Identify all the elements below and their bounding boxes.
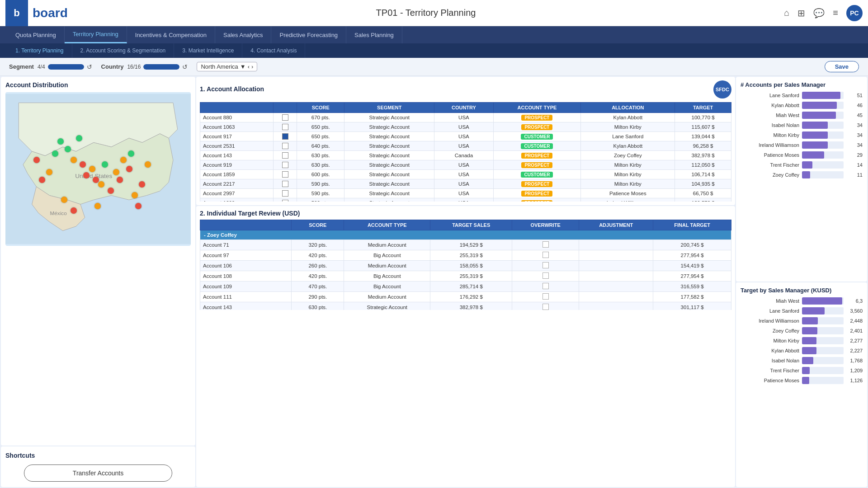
row2-adjustment <box>579 292 653 302</box>
row2-overwrite[interactable] <box>512 282 579 292</box>
shortcuts-title: Shortcuts <box>5 452 191 459</box>
row-checkbox[interactable] <box>282 171 288 178</box>
sfdc-button[interactable]: SFDC <box>713 80 731 99</box>
target-chart-section: Target by Sales Manager (KUSD) Miah West… <box>736 282 867 487</box>
account-allocation-scroll[interactable]: SCORE SEGMENT COUNTRY ACCOUNT TYPE ALLOC… <box>200 102 731 202</box>
nav-sales-planning[interactable]: Sales Planning <box>346 26 402 43</box>
row-check-cell[interactable] <box>273 160 297 170</box>
row-checkbox[interactable] <box>282 190 288 197</box>
sub-nav-contact-analysis[interactable]: 4. Contact Analysis <box>242 43 305 58</box>
bar-track <box>802 92 844 99</box>
sub-nav-territory-planning[interactable]: 1. Territory Planning <box>7 43 72 58</box>
bar-label: Isabel Nolan <box>741 122 799 128</box>
bar-fill <box>802 317 818 324</box>
table-row: Account 97 420 pts. Big Account 255,319 … <box>200 250 731 261</box>
col-target[interactable]: TARGET <box>675 103 731 113</box>
nav-incentives[interactable]: Incentives & Compensation <box>127 26 215 43</box>
sub-nav-account-scoring[interactable]: 2. Account Scoring & Segmentation <box>72 43 175 58</box>
nav-predictive[interactable]: Predictive Forecasting <box>271 26 346 43</box>
row-score: 650 pts. <box>297 132 344 141</box>
bar-val: 1,768 <box>846 358 863 363</box>
row-country: USA <box>434 122 493 132</box>
country-progress: 16/16 ↺ <box>127 63 188 70</box>
row-check-cell[interactable] <box>273 170 297 179</box>
row-segment: Strategic Account <box>344 189 434 198</box>
table-row: Account 2531 640 pts. Strategic Account … <box>200 141 731 151</box>
row-check-cell[interactable] <box>273 198 297 202</box>
user-avatar[interactable]: PC <box>846 5 863 21</box>
row-country: USA <box>434 198 493 202</box>
row2-type: Medium Account <box>344 261 430 271</box>
bar-val: 2,448 <box>846 318 863 324</box>
home-icon[interactable]: ⌂ <box>784 8 789 18</box>
col2-target-sales[interactable]: TARGET SALES <box>430 220 512 230</box>
bar-row: Patience Moses 29 <box>741 151 863 159</box>
row-checkbox[interactable] <box>282 200 288 202</box>
col2-score[interactable]: SCORE <box>292 220 344 230</box>
account-name2: Account 143 <box>200 302 292 310</box>
row-checkbox[interactable] <box>282 162 288 168</box>
individual-target-scroll[interactable]: SCORE ACCOUNT TYPE TARGET SALES OVERWRIT… <box>200 220 731 310</box>
col2-type[interactable]: ACCOUNT TYPE <box>344 220 430 230</box>
bar-fill <box>802 122 828 129</box>
row-checkbox[interactable] <box>282 133 288 140</box>
col-acct-type[interactable]: ACCOUNT TYPE <box>493 103 581 113</box>
menu-icon[interactable]: ≡ <box>833 8 838 18</box>
table-row: Account 2217 590 pts. Strategic Account … <box>200 179 731 189</box>
region-prev-icon[interactable]: ‹ <box>248 63 250 70</box>
row-target: 115,607 $ <box>675 122 731 132</box>
bar-track <box>802 357 844 364</box>
col2-final-target[interactable]: FINAL TARGET <box>653 220 731 230</box>
row-type: CUSTOMER <box>493 141 581 151</box>
col-country[interactable]: COUNTRY <box>434 103 493 113</box>
save-button[interactable]: Save <box>825 61 859 72</box>
col-allocation[interactable]: ALLOCATION <box>581 103 675 113</box>
bar-val: 46 <box>846 103 863 108</box>
country-refresh-icon[interactable]: ↺ <box>182 63 188 70</box>
group-row: - Zoey Coffey <box>200 230 731 240</box>
col2-overwrite[interactable]: OVERWRITE <box>512 220 579 230</box>
row2-overwrite[interactable] <box>512 240 579 250</box>
region-next-icon[interactable]: › <box>251 63 253 70</box>
row2-overwrite[interactable] <box>512 302 579 310</box>
bar-label: Miah West <box>741 298 799 304</box>
row-check-cell[interactable] <box>273 151 297 160</box>
map-area: United States México <box>5 92 191 246</box>
col-segment[interactable]: SEGMENT <box>344 103 434 113</box>
row-checkbox[interactable] <box>282 124 288 130</box>
nav-quota-planning[interactable]: Quota Planning <box>7 26 65 43</box>
sub-nav-market-intelligence[interactable]: 3. Market Intelligence <box>174 43 242 58</box>
nav-sales-analytics[interactable]: Sales Analytics <box>215 26 271 43</box>
row2-overwrite[interactable] <box>512 271 579 282</box>
row-checkbox[interactable] <box>282 152 288 159</box>
row2-score: 420 pts. <box>292 250 344 261</box>
row-checkbox[interactable] <box>282 143 288 149</box>
row-checkbox[interactable] <box>282 114 288 121</box>
row-check-cell[interactable] <box>273 113 297 122</box>
transfer-accounts-button[interactable]: Transfer Accounts <box>24 465 172 482</box>
row2-score: 420 pts. <box>292 271 344 282</box>
grid-icon[interactable]: ⊞ <box>797 8 805 19</box>
row2-overwrite[interactable] <box>512 250 579 261</box>
row-checkbox[interactable] <box>282 181 288 187</box>
col2-adjustment[interactable]: ADJUSTMENT <box>579 220 653 230</box>
table-row: Account 917 650 pts. Strategic Account U… <box>200 132 731 141</box>
table-row: Account 111 290 pts. Medium Account 176,… <box>200 292 731 302</box>
row-segment: Strategic Account <box>344 170 434 179</box>
row-country: USA <box>434 160 493 170</box>
col-score[interactable]: SCORE <box>297 103 344 113</box>
row-check-cell[interactable] <box>273 122 297 132</box>
row2-overwrite[interactable] <box>512 292 579 302</box>
bar-label: Ireland Williamson <box>741 142 799 148</box>
region-select[interactable]: North America ▼ ‹ › <box>197 62 257 71</box>
account-name: Account 2531 <box>200 141 274 151</box>
row2-overwrite[interactable] <box>512 261 579 271</box>
row-check-cell[interactable] <box>273 141 297 151</box>
row-check-cell[interactable] <box>273 132 297 141</box>
nav-territory-planning[interactable]: Territory Planning <box>65 26 127 43</box>
row-country: USA <box>434 179 493 189</box>
chat-icon[interactable]: 💬 <box>813 8 825 19</box>
segment-refresh-icon[interactable]: ↺ <box>87 63 92 70</box>
row-check-cell[interactable] <box>273 179 297 189</box>
row-check-cell[interactable] <box>273 189 297 198</box>
